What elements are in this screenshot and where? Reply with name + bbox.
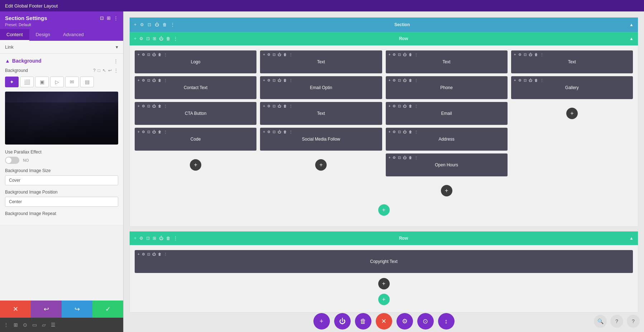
row-collapse-icon[interactable]: ▲ (629, 36, 634, 41)
module-code[interactable]: + ⚙ ⊡ ⏻ 🗑 ⋮ Code (135, 128, 256, 151)
mt1-more[interactable]: ⋮ (289, 53, 293, 57)
mg-delete[interactable]: 🗑 (534, 78, 538, 82)
moh-gear[interactable]: ⚙ (393, 156, 396, 160)
mt4-copy[interactable]: ⊡ (524, 53, 527, 57)
mcta-delete[interactable]: 🗑 (158, 104, 162, 108)
mcode-copy[interactable]: ⊡ (147, 130, 150, 134)
tab-advanced[interactable]: Advanced (57, 29, 90, 41)
meo-copy[interactable]: ⊡ (273, 78, 275, 82)
mcr-add[interactable]: + (138, 252, 140, 256)
moh-delete[interactable]: 🗑 (409, 156, 412, 160)
mt3-delete[interactable]: 🗑 (409, 53, 412, 57)
section-copy-icon[interactable]: ⊡ (148, 22, 151, 27)
toolbar-close-button[interactable]: ✕ (376, 313, 392, 329)
mcta-more[interactable]: ⋮ (164, 104, 167, 108)
me-add[interactable]: + (389, 104, 391, 108)
row2-cols-icon[interactable]: ⊞ (153, 236, 156, 241)
section-delete-icon[interactable]: 🗑 (163, 22, 167, 27)
tools-tablet-icon[interactable]: ▱ (42, 322, 46, 328)
ml-delete[interactable]: 🗑 (158, 53, 162, 57)
ms-gear[interactable]: ⚙ (267, 130, 270, 134)
image-size-select[interactable]: Cover (5, 175, 118, 185)
mcta-gear[interactable]: ⚙ (142, 104, 145, 108)
module-open-hours[interactable]: + ⚙ ⊡ ⏻ 🗑 ⋮ Open Hours (386, 153, 508, 176)
mcr-delete[interactable]: 🗑 (158, 252, 162, 256)
tools-desktop-icon[interactable]: ▭ (32, 322, 37, 328)
module-copyright[interactable]: + ⚙ ⊡ ⏻ 🗑 ⋮ Copyright Text (135, 250, 633, 273)
ma-gear[interactable]: ⚙ (393, 130, 396, 134)
mt3-power[interactable]: ⏻ (403, 53, 407, 57)
bg-type-video[interactable]: ▷ (50, 77, 64, 87)
row2-power-icon[interactable]: ⏻ (159, 236, 163, 241)
section-more-icon[interactable]: ⋮ (170, 22, 175, 27)
mt2-copy[interactable]: ⊡ (273, 104, 275, 108)
tab-design[interactable]: Design (29, 29, 57, 41)
module-contact-text[interactable]: + ⚙ ⊡ ⏻ 🗑 ⋮ Contact Text (135, 76, 256, 99)
row-delete-icon[interactable]: 🗑 (166, 36, 170, 41)
tools-more-icon[interactable]: ⋮ (4, 322, 9, 328)
mp-power[interactable]: ⏻ (403, 78, 407, 82)
row2-delete-icon[interactable]: 🗑 (166, 236, 170, 241)
section-collapse-icon[interactable]: ▲ (629, 22, 634, 27)
mcode-more[interactable]: ⋮ (164, 130, 167, 134)
mp-add[interactable]: + (389, 78, 391, 82)
tab-content[interactable]: Content (0, 29, 29, 41)
mp-gear[interactable]: ⚙ (393, 78, 396, 82)
module-text-1[interactable]: + ⚙ ⊡ ⏻ 🗑 ⋮ Text (260, 50, 382, 73)
toolbar-add-button[interactable]: + (313, 313, 330, 329)
meo-more[interactable]: ⋮ (289, 78, 293, 82)
add-row-button[interactable]: + (378, 204, 390, 216)
mct-delete[interactable]: 🗑 (158, 78, 162, 82)
mt2-power[interactable]: ⏻ (278, 104, 281, 108)
mt1-copy[interactable]: ⊡ (273, 53, 275, 57)
ml-more[interactable]: ⋮ (164, 53, 167, 57)
undo-button[interactable]: ↩ (31, 301, 62, 318)
meo-power[interactable]: ⏻ (278, 78, 281, 82)
toolbar-delete-button[interactable]: 🗑 (355, 313, 371, 329)
link-row[interactable]: Link ▾ (5, 44, 118, 50)
row2-copy-icon[interactable]: ⊡ (146, 236, 150, 241)
row-copy-icon[interactable]: ⊡ (146, 36, 150, 41)
ms-add[interactable]: + (263, 130, 265, 134)
redo-button[interactable]: ↪ (62, 301, 92, 318)
mcode-gear[interactable]: ⚙ (142, 130, 145, 134)
meo-add[interactable]: + (263, 78, 265, 82)
mt4-more[interactable]: ⋮ (540, 53, 544, 57)
bg-cursor-icon[interactable]: ↖ (102, 68, 106, 73)
section-gear-icon[interactable]: ⚙ (140, 22, 144, 27)
mct-add[interactable]: + (138, 78, 140, 82)
mg-copy[interactable]: ⊡ (524, 78, 527, 82)
module-text-2[interactable]: + ⚙ ⊡ ⏻ 🗑 ⋮ Text (260, 102, 382, 125)
toolbar-power-button[interactable]: ⏻ (334, 313, 351, 329)
module-text-3[interactable]: + ⚙ ⊡ ⏻ 🗑 ⋮ Text (386, 50, 508, 73)
mt2-gear[interactable]: ⚙ (267, 104, 270, 108)
ms-power[interactable]: ⏻ (278, 130, 281, 134)
bg-type-image[interactable]: ▣ (35, 77, 49, 87)
mcode-add[interactable]: + (138, 130, 140, 134)
preset-label[interactable]: Preset: Default (5, 23, 118, 27)
add-module-button-row2[interactable]: + (378, 278, 390, 289)
mcr-gear[interactable]: ⚙ (142, 252, 145, 256)
bg-type-solid[interactable]: ✦ (5, 77, 19, 87)
mp-delete[interactable]: 🗑 (409, 78, 412, 82)
me-power[interactable]: ⏻ (403, 104, 407, 108)
module-phone[interactable]: + ⚙ ⊡ ⏻ 🗑 ⋮ Phone (386, 76, 508, 99)
mct-more[interactable]: ⋮ (164, 78, 167, 82)
mt4-gear[interactable]: ⚙ (518, 53, 522, 57)
mg-more[interactable]: ⋮ (540, 78, 544, 82)
bg-type-pattern[interactable]: ✉ (65, 77, 79, 87)
me-gear[interactable]: ⚙ (393, 104, 396, 108)
section-power-icon[interactable]: ⏻ (155, 22, 159, 27)
mt1-power[interactable]: ⏻ (278, 53, 281, 57)
sidebar-icon-screen[interactable]: ⊡ (100, 15, 104, 21)
toolbar-history-button[interactable]: ⊙ (417, 313, 434, 329)
ma-power[interactable]: ⏻ (403, 130, 407, 134)
mcode-power[interactable]: ⏻ (152, 130, 156, 134)
bg-more-icon[interactable]: ⋮ (114, 68, 118, 73)
sidebar-icon-grid[interactable]: ⊞ (107, 15, 111, 21)
add-row-button-2[interactable]: + (378, 294, 390, 305)
meo-gear[interactable]: ⚙ (267, 78, 270, 82)
me-more[interactable]: ⋮ (414, 104, 418, 108)
row2-add-icon[interactable]: + (134, 236, 136, 241)
image-position-select[interactable]: Center (5, 197, 118, 207)
